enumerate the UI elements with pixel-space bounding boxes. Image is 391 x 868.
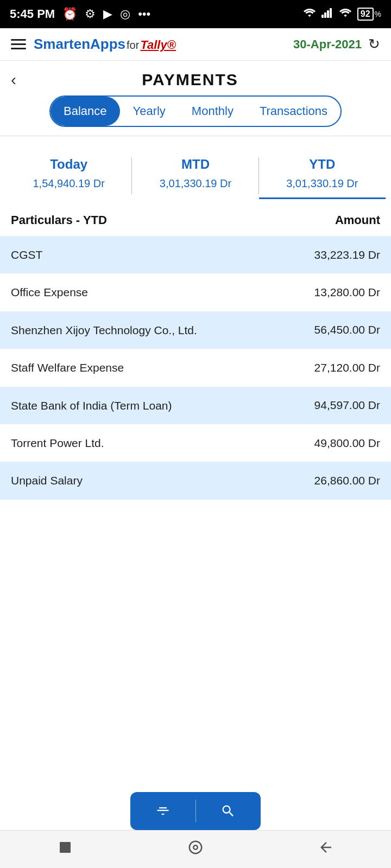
ytd-col: YTD 3,01,330.19 Dr [259,152,386,199]
row-amount: 49,800.00 Dr [314,437,380,450]
wifi2-icon [339,7,352,21]
row-amount: 26,860.00 Dr [314,474,380,487]
svg-rect-4 [60,842,71,853]
particulars-header: Particulars - YTD [11,213,107,227]
nav-stop-button[interactable] [57,839,73,859]
hamburger-menu[interactable] [11,39,26,49]
brand-logo: SmartenApps for Tally® [34,36,176,53]
row-particular: Shenzhen Xijoy Technology Co., Ltd. [11,322,314,338]
page-header: ‹ PAYMENTS [0,61,391,95]
search-button[interactable] [196,792,261,830]
refresh-icon[interactable]: ↻ [368,36,380,53]
svg-point-5 [190,841,202,854]
table-row[interactable]: CGST 33,223.19 Dr [0,236,391,273]
svg-point-6 [193,845,198,850]
status-bar: 5:45 PM ⏰ ⚙ ▶ ◎ ••• [0,0,391,28]
back-button[interactable]: ‹ [11,71,16,89]
amount-header: Amount [335,213,380,227]
row-particular: Unpaid Salary [11,473,314,488]
brand-main: SmartenApps [34,36,125,53]
tab-balance[interactable]: Balance [51,97,120,126]
current-date: 30-Apr-2021 [293,37,362,52]
table-row[interactable]: Staff Welfare Expense 27,120.00 Dr [0,349,391,386]
table-row[interactable]: Torrent Power Ltd. 49,800.00 Dr [0,424,391,462]
page-title: PAYMENTS [22,71,380,89]
battery-level: 92 [357,8,374,21]
svg-rect-0 [321,15,324,18]
today-col: Today 1,54,940.19 Dr [5,152,132,199]
tabs-container: Balance Yearly Monthly Transactions [0,95,391,136]
status-time: 5:45 PM [10,7,55,21]
row-particular: Office Expense [11,284,314,300]
row-particular: Torrent Power Ltd. [11,435,314,451]
mtd-label: MTD [135,157,255,172]
tab-monthly[interactable]: Monthly [179,97,247,126]
table-body: CGST 33,223.19 Dr Office Expense 13,280.… [0,236,391,500]
ytd-label: YTD [262,157,382,172]
table-row[interactable]: Shenzhen Xijoy Technology Co., Ltd. 56,4… [0,311,391,349]
balance-summary: Today 1,54,940.19 Dr MTD 3,01,330.19 Dr … [0,142,391,205]
svg-rect-3 [330,8,332,18]
battery-icon: 92% [357,8,381,21]
row-amount: 33,223.19 Dr [314,248,380,261]
bottom-nav [0,830,391,868]
tab-yearly[interactable]: Yearly [120,97,179,126]
divider [0,136,391,136]
wifi-icon [303,7,316,21]
youtube-icon: ▶ [103,7,112,21]
table-row[interactable]: Unpaid Salary 26,860.00 Dr [0,462,391,499]
settings-icon: ⚙ [85,7,96,21]
row-particular: CGST [11,247,314,263]
svg-rect-1 [324,12,326,18]
svg-rect-2 [327,10,329,18]
today-value: 1,54,940.19 Dr [9,177,129,190]
today-label: Today [9,157,129,172]
table-row[interactable]: Office Expense 13,280.00 Dr [0,273,391,311]
table-header: Particulars - YTD Amount [0,205,391,236]
alarm-icon: ⏰ [62,7,77,21]
row-amount: 13,280.00 Dr [314,286,380,299]
mtd-col: MTD 3,01,330.19 Dr [132,152,258,199]
brand-tally: Tally® [140,38,176,52]
more-icon: ••• [138,7,150,21]
row-particular: State Bank of India (Term Loan) [11,398,314,413]
row-amount: 27,120.00 Dr [314,361,380,374]
instagram-icon: ◎ [120,7,130,21]
bottom-actions [130,792,261,830]
table-row[interactable]: State Bank of India (Term Loan) 94,597.0… [0,387,391,424]
row-particular: Staff Welfare Expense [11,360,314,375]
row-amount: 56,450.00 Dr [314,323,380,336]
nav-home-button[interactable] [187,839,204,859]
brand-for: for [127,39,139,52]
mtd-value: 3,01,330.19 Dr [135,177,255,190]
nav-back-button[interactable] [318,839,334,859]
ytd-value: 3,01,330.19 Dr [262,177,382,190]
tab-transactions[interactable]: Transactions [247,97,340,126]
tabs-wrapper: Balance Yearly Monthly Transactions [49,95,342,127]
top-nav: SmartenApps for Tally® 30-Apr-2021 ↻ [0,28,391,61]
row-amount: 94,597.00 Dr [314,399,380,412]
signal-icon [321,7,333,21]
filter-button[interactable] [130,792,195,830]
